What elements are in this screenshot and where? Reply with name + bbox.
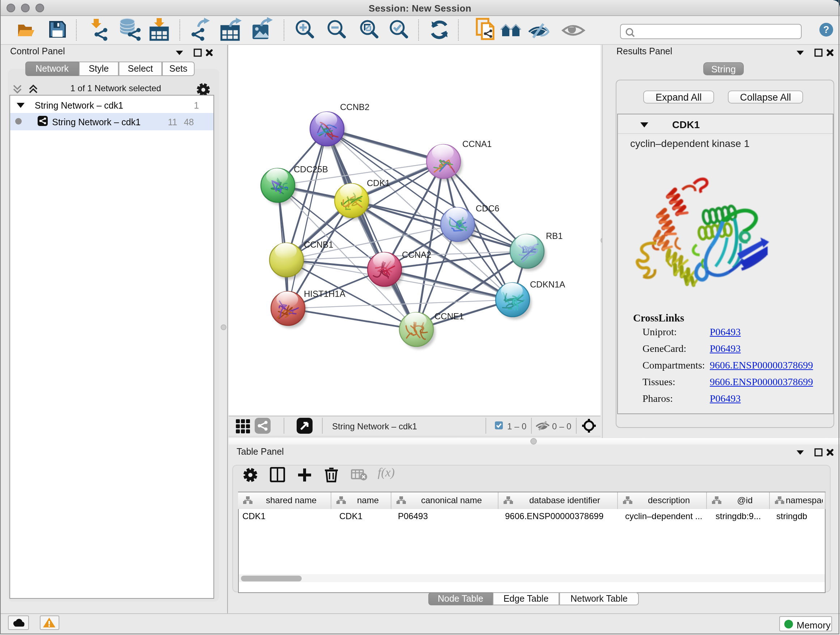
svg-text:CDKN1A: CDKN1A [530,279,565,289]
svg-text:CCNB1: CCNB1 [303,240,333,249]
svg-text:CCNA1: CCNA1 [462,139,491,149]
svg-text:HIST1H1A: HIST1H1A [303,289,345,299]
svg-text:?: ? [823,24,829,35]
svg-text:CCNA2: CCNA2 [401,250,431,260]
svg-text:CCNE1: CCNE1 [434,311,463,321]
svg-text:RB1: RB1 [546,231,562,241]
svg-text:CDK1: CDK1 [366,178,390,188]
svg-text:CDC25B: CDC25B [294,165,328,174]
svg-text:CCNB2: CCNB2 [340,102,369,112]
svg-text:CDC6: CDC6 [475,203,499,213]
